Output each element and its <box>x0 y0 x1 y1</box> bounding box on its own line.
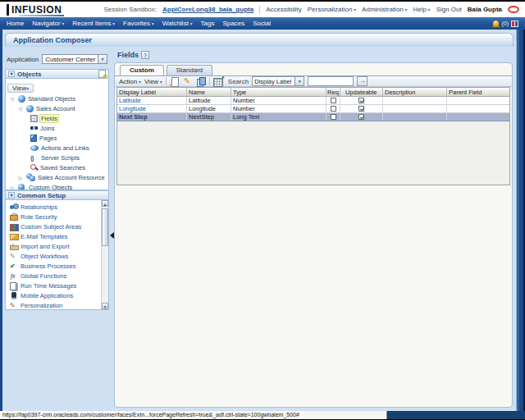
notification-count: (0) <box>501 21 509 26</box>
table-row[interactable]: Latitude Latitude Number <box>117 97 509 105</box>
nav-right-icons: (0) <box>493 21 518 27</box>
search-input[interactable] <box>308 76 354 86</box>
application-select[interactable]: Customer Center <box>42 54 107 64</box>
scroll-up-icon[interactable]: ▲ <box>102 200 108 207</box>
fields-title: Fields <box>117 51 139 59</box>
notepad-icon[interactable] <box>98 70 106 78</box>
field-link[interactable]: Longitude <box>119 105 146 112</box>
column-header-description[interactable]: Description <box>383 88 447 96</box>
nav-recent-items[interactable]: Recent Items <box>72 20 115 27</box>
administration-menu[interactable]: Administration <box>362 6 407 13</box>
view-menu-button[interactable]: View <box>7 84 34 93</box>
expand-toggle-icon[interactable] <box>17 105 24 112</box>
nav-spaces[interactable]: Spaces <box>222 20 244 27</box>
expand-toggle-icon[interactable] <box>17 174 24 181</box>
objects-panel-header[interactable]: Objects <box>5 69 109 79</box>
tree-item-pages[interactable]: Pages <box>6 133 108 143</box>
chevron-down-icon[interactable] <box>98 55 107 63</box>
help-menu[interactable]: Help <box>413 6 430 13</box>
column-header-parent-field[interactable]: Parent Field <box>447 88 509 96</box>
view-menu-button[interactable]: View <box>144 78 162 85</box>
common-setup-scrollbar[interactable]: ▲ ▼ <box>101 200 108 309</box>
create-field-icon[interactable] <box>170 77 180 86</box>
notification-bell-icon[interactable] <box>493 21 499 26</box>
tree-item-sales-account[interactable]: Sales Account <box>6 103 108 113</box>
action-menu-button[interactable]: Action <box>119 78 141 85</box>
setup-item-global-functions[interactable]: Global Functions <box>6 271 108 281</box>
setup-item-relationships[interactable]: Relationships <box>6 202 108 212</box>
tree-item-sales-account-resource[interactable]: Sales Account Resource <box>6 172 108 182</box>
collapse-chevron-icon[interactable] <box>8 192 15 199</box>
table-row[interactable]: Longitude Longitude Number <box>117 105 509 113</box>
setup-item-role-security[interactable]: Role Security <box>6 212 108 221</box>
column-header-required[interactable]: Req <box>326 88 340 96</box>
tab-custom[interactable]: Custom <box>120 65 164 75</box>
divider <box>209 77 210 85</box>
expand-toggle-icon[interactable] <box>9 95 16 103</box>
nav-tags[interactable]: Tags <box>201 20 215 27</box>
common-setup-header[interactable]: Common Setup <box>5 190 109 200</box>
required-checkbox[interactable] <box>331 114 336 120</box>
tab-standard[interactable]: Standard <box>167 65 212 75</box>
nav-favorites[interactable]: Favorites <box>123 20 154 27</box>
setup-item-import-and-export[interactable]: Import and Export <box>6 241 108 251</box>
tree-item-joins[interactable]: Joins <box>6 123 108 133</box>
relationships-icon <box>10 203 17 211</box>
column-header-updateable[interactable]: Updateable <box>340 88 383 96</box>
setup-item-custom-subject-areas[interactable]: Custom Subject Areas <box>6 221 108 231</box>
updateable-checkbox[interactable] <box>358 114 364 120</box>
chevron-down-icon[interactable] <box>294 77 304 85</box>
subject-areas-icon <box>10 223 17 231</box>
column-header-type[interactable]: Type <box>231 88 326 96</box>
tree-item-saved-searches[interactable]: Saved Searches <box>6 162 108 172</box>
setup-item-mobile-applications[interactable]: Mobile Applications <box>6 290 108 300</box>
column-header-display-label[interactable]: Display Label <box>117 88 187 96</box>
tree-item-fields[interactable]: Fields <box>6 113 108 123</box>
expand-toggle-icon[interactable] <box>9 184 16 191</box>
search-go-button[interactable] <box>357 76 368 86</box>
tree-item-standard-objects[interactable]: Standard Objects <box>6 94 108 103</box>
collapse-chevron-icon[interactable] <box>8 71 15 77</box>
search-by-select[interactable]: Display Label <box>252 76 304 86</box>
field-link[interactable]: Latitude <box>119 97 141 104</box>
application-selector-row: Application Customer Center <box>5 53 109 65</box>
pen-icon <box>10 253 17 260</box>
column-header-name[interactable]: Name <box>187 88 231 96</box>
updateable-checkbox[interactable] <box>358 98 364 103</box>
tree-item-server-scripts[interactable]: Server Scripts <box>6 153 108 162</box>
accessibility-link[interactable]: Accessibility <box>266 6 302 13</box>
detach-table-icon[interactable] <box>213 77 223 86</box>
tree-item-custom-objects[interactable]: Custom Objects <box>6 182 108 190</box>
search-by-value: Display Label <box>254 78 291 85</box>
setup-item-email-templates[interactable]: E-Mail Templates <box>6 231 108 241</box>
edit-pencil-icon[interactable] <box>183 77 193 86</box>
nav-home[interactable]: Home <box>7 20 24 27</box>
sign-out-link[interactable]: Sign Out <box>436 6 462 13</box>
setup-item-run-time-messages[interactable]: Run Time Messages <box>6 281 108 290</box>
nav-watchlist[interactable]: Watchlist <box>162 20 193 27</box>
brush-icon <box>10 302 17 309</box>
field-link[interactable]: Next Step <box>119 113 148 121</box>
scrollbar-thumb[interactable] <box>102 208 108 246</box>
application-select-value: Customer Center <box>45 56 95 63</box>
setup-item-object-workflows[interactable]: Object Workflows <box>6 251 108 261</box>
app-grid-icon[interactable] <box>511 21 518 27</box>
tree-item-actions-and-links[interactable]: Actions and Links <box>6 143 108 153</box>
window-frame-right <box>516 30 525 411</box>
session-sandbox-label: Session Sandbox: <box>104 6 158 13</box>
required-checkbox[interactable] <box>331 106 336 112</box>
required-checkbox[interactable] <box>331 98 336 103</box>
nav-navigator[interactable]: Navigator <box>32 20 64 27</box>
nav-social[interactable]: Social <box>253 20 271 27</box>
setup-item-personalization[interactable]: Personalization <box>6 300 108 310</box>
updateable-checkbox[interactable] <box>358 106 364 112</box>
table-row-selected[interactable]: Next Step NextStep Long Text <box>117 113 509 121</box>
session-sandbox-link[interactable]: ApplCoreLong38_bala_gupta <box>162 6 253 13</box>
help-icon[interactable] <box>141 51 149 59</box>
pages-stack-icon <box>10 282 17 290</box>
setup-item-business-processes[interactable]: Business Processes <box>6 261 108 271</box>
personalization-menu[interactable]: Personalization <box>308 6 356 13</box>
duplicate-icon[interactable] <box>196 77 206 86</box>
fields-table: Display Label Name Type Req Updateable D… <box>116 87 510 185</box>
scroll-down-icon[interactable]: ▼ <box>102 303 108 309</box>
